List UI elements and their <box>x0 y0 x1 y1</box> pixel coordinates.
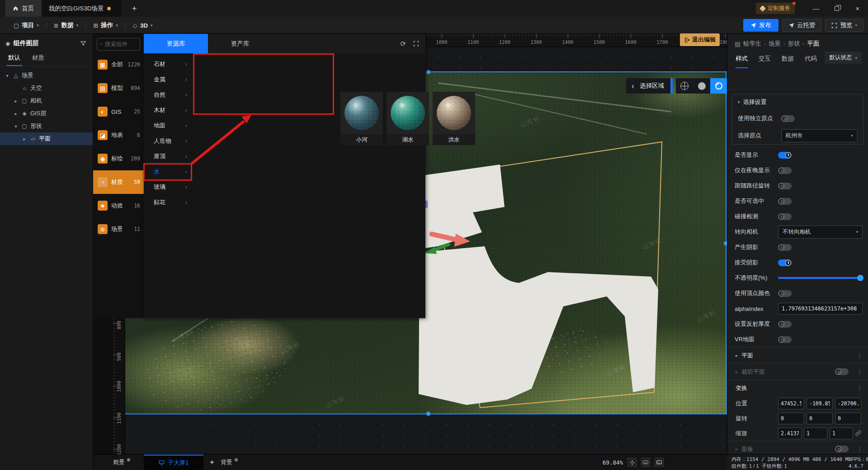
section-panel[interactable]: ▸ 面板 ⋮ <box>727 441 868 454</box>
custom-service-button[interactable]: 定制服务 <box>756 3 795 14</box>
exit-edit-button[interactable]: 退出编辑 <box>680 33 720 46</box>
inspector-tab-交互[interactable]: 交互 <box>759 55 771 68</box>
material-group-item[interactable]: 地面› <box>144 118 193 133</box>
add-circle-icon[interactable]: ⊕ <box>127 457 130 462</box>
rotation-y-input[interactable] <box>807 413 833 424</box>
toggle-off[interactable] <box>778 198 792 205</box>
link-icon[interactable] <box>855 430 861 436</box>
material-group-item[interactable]: 金属› <box>144 72 193 87</box>
section-plane[interactable]: ▸ 平面 ⋮ <box>727 347 868 363</box>
tree-expand-icon[interactable]: ▸ <box>22 136 27 141</box>
select-field[interactable]: 不转向相机▾ <box>778 226 863 239</box>
menu-3[interactable]: ⊞操作▾ <box>86 17 125 34</box>
slider-thumb[interactable] <box>857 275 863 281</box>
refresh-icon[interactable]: ⟳ <box>400 40 406 48</box>
material-tile[interactable]: 湖水 <box>387 92 429 145</box>
foreground-tab[interactable]: 前景 ⊕ <box>113 455 130 470</box>
opacity-slider[interactable] <box>778 277 863 279</box>
clip-plane-toggle[interactable] <box>835 368 849 375</box>
fit-view-button[interactable] <box>627 458 637 467</box>
toggle-off[interactable] <box>781 115 795 122</box>
keyboard-shortcuts-button[interactable] <box>641 458 650 467</box>
material-group-active[interactable]: 水› <box>144 164 193 179</box>
kebab-menu-icon[interactable]: ⋮ <box>857 352 863 359</box>
toggle-off[interactable] <box>778 244 792 251</box>
search-box[interactable] <box>97 38 140 51</box>
search-input[interactable] <box>105 41 137 47</box>
section-clip-plane[interactable]: ▸ 裁切平面 ⋮ <box>727 363 868 380</box>
scale-y-input[interactable] <box>804 428 827 439</box>
preview-button[interactable]: 预览 ▾ <box>825 19 863 32</box>
breadcrumb-item[interactable]: 平面 <box>807 40 819 48</box>
tree-expand-icon[interactable]: ▾ <box>5 73 10 78</box>
material-group-item[interactable]: 人造物› <box>144 133 193 149</box>
state-selector[interactable]: 默认状态 ▾ <box>825 52 862 64</box>
inspector-tab-代码[interactable]: 代码 <box>805 55 817 68</box>
kebab-menu-icon[interactable]: ⋮ <box>857 385 863 391</box>
tab-scene-active[interactable]: 我的空白GIS3D场景 <box>42 0 121 17</box>
scale-z-input[interactable] <box>830 428 853 439</box>
category-anim[interactable]: ★动效16 <box>93 194 144 217</box>
sphere-mode-button-active[interactable] <box>710 78 727 94</box>
toggle-off[interactable] <box>778 213 792 220</box>
category-material[interactable]: ◔材质59 <box>93 170 144 194</box>
toggle-off[interactable] <box>778 336 792 343</box>
toggle-off[interactable] <box>778 321 792 328</box>
panel-toggle[interactable] <box>835 446 849 452</box>
category-all[interactable]: ▦全部1220 <box>93 53 144 76</box>
category-mark[interactable]: ◉标绘209 <box>93 147 144 170</box>
material-group-item[interactable]: 自然› <box>144 87 193 103</box>
tree-item-sky[interactable]: ☼天空 <box>0 82 93 94</box>
breadcrumb-item[interactable]: 场景 <box>769 40 781 48</box>
toggle-off[interactable] <box>778 290 792 297</box>
breadcrumb-item[interactable]: 鲸孪生 <box>743 40 762 48</box>
scale-x-input[interactable] <box>778 428 802 439</box>
selection-handle[interactable] <box>426 70 430 74</box>
position-z-input[interactable] <box>835 398 861 409</box>
toggle-off[interactable] <box>778 183 792 189</box>
section-transform[interactable]: 变换 ⋮ <box>727 380 868 396</box>
tree-item-plane[interactable]: ▸▱平面 <box>0 132 93 145</box>
close-button[interactable]: × <box>847 0 868 17</box>
minimize-button[interactable]: — <box>806 0 826 17</box>
cloud-host-button[interactable]: 云托管 <box>782 19 822 32</box>
selection-handle[interactable] <box>426 412 430 416</box>
back-chevron-icon[interactable]: ‹ <box>632 81 634 91</box>
library-tab-resources[interactable]: 资源库 <box>144 34 208 53</box>
background-tab[interactable]: 背景 ⊕ <box>221 455 238 470</box>
globe-mode-button[interactable] <box>676 78 693 94</box>
category-model[interactable]: ▤模型894 <box>93 76 144 100</box>
subscreen-tab-active[interactable]: 子大屏1 <box>144 455 203 470</box>
inspector-tab-样式[interactable]: 样式 <box>736 55 748 68</box>
toggle-on[interactable] <box>778 259 792 266</box>
publish-button[interactable]: 发布 <box>743 19 778 32</box>
select-field[interactable]: 杭州市▾ <box>781 129 858 142</box>
material-group-item[interactable]: 木材› <box>144 103 193 118</box>
position-x-input[interactable] <box>778 398 804 409</box>
layers-tab-material[interactable]: 材质 <box>32 54 44 66</box>
menu-1[interactable]: ▢项目▾ <box>6 17 46 34</box>
breadcrumb-item[interactable]: 形状 <box>788 40 800 48</box>
add-screen-button[interactable]: + <box>205 455 219 470</box>
console-button[interactable] <box>655 458 664 467</box>
group-header[interactable]: ▾ 选择设置 <box>732 94 863 110</box>
kebab-menu-icon[interactable]: ⋮ <box>857 368 863 375</box>
material-group-item[interactable]: 石材› <box>144 56 193 72</box>
position-y-input[interactable] <box>807 398 833 409</box>
circle-mode-button[interactable] <box>693 78 710 94</box>
inspector-tab-数据[interactable]: 数据 <box>782 55 794 68</box>
selection-edge-top[interactable] <box>427 71 727 72</box>
rotation-x-input[interactable] <box>778 413 804 424</box>
tree-expand-icon[interactable]: ▾ <box>13 124 19 129</box>
category-ground[interactable]: ◪地表6 <box>93 123 144 147</box>
material-tile[interactable]: 洪水 <box>433 92 475 145</box>
tree-expand-icon[interactable]: ▸ <box>13 111 19 116</box>
add-circle-icon[interactable]: ⊕ <box>234 457 238 462</box>
material-group-item[interactable]: 屋顶› <box>144 149 193 164</box>
category-gis[interactable]: ◐GIS25 <box>93 100 144 123</box>
tree-item-camera[interactable]: ▸▢相机 <box>0 94 93 107</box>
category-scene[interactable]: ⊚场景11 <box>93 217 144 241</box>
tree-item-shape[interactable]: ▾▢形状 <box>0 120 93 132</box>
layers-tab-default[interactable]: 默认 <box>8 54 20 66</box>
rotation-z-input[interactable] <box>835 413 861 424</box>
